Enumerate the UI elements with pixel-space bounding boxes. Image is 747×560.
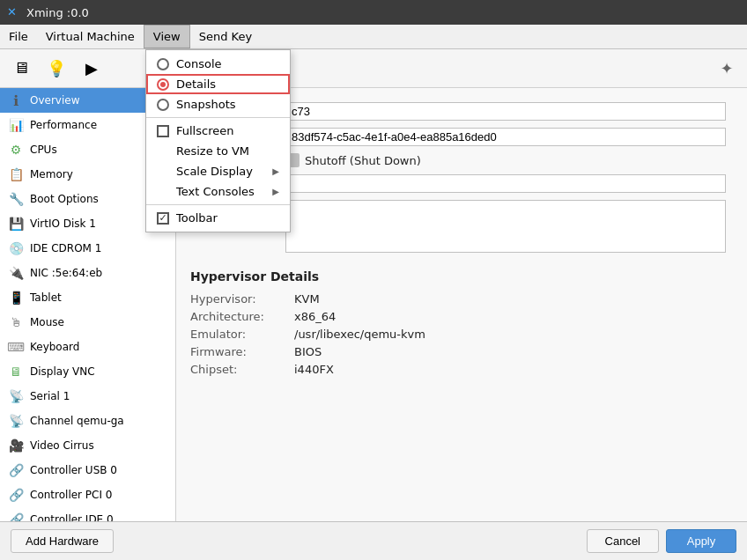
main-layout: ℹ Overview 📊 Performance ⚙ CPUs 📋 Memory…: [0, 88, 747, 521]
sidebar-item-mouse-label: Mouse: [30, 316, 64, 328]
cpu-icon: ⚙: [7, 141, 25, 158]
hypervisor-label-4: Chipset:: [190, 363, 287, 376]
nic-icon: 🔌: [7, 264, 25, 282]
hypervisor-value-3: BIOS: [294, 345, 322, 358]
hypervisor-value-2: /usr/libexec/qemu-kvm: [294, 328, 425, 341]
hypervisor-row-0: Hypervisor: KVM: [190, 292, 733, 306]
console-menu-label: Console: [176, 57, 222, 70]
menu-separator-1: [146, 117, 290, 118]
sidebar-item-controller-ide-0[interactable]: 🔗 Controller IDE 0: [0, 507, 175, 521]
add-hardware-button[interactable]: Add Hardware: [11, 529, 114, 553]
toolbar-settings-icon[interactable]: ✦: [712, 54, 742, 84]
uuid-field-wrapper: [285, 128, 726, 146]
scale-submenu-arrow: ▶: [272, 166, 279, 176]
titlebar: ✕ Xming :0.0: [0, 0, 747, 25]
hypervisor-row-2: Emulator: /usr/libexec/qemu-kvm: [190, 328, 733, 341]
description-textarea[interactable]: [285, 200, 726, 253]
performance-icon: 📊: [7, 116, 25, 134]
sidebar-item-ide-label: Controller IDE 0: [30, 513, 114, 521]
hypervisor-value-1: x86_64: [294, 310, 336, 323]
sidebar-item-serial-label: Serial 1: [30, 390, 70, 402]
sidebar-item-ide-cdrom-1[interactable]: 💿 IDE CDROM 1: [0, 236, 175, 261]
cdrom-icon: 💿: [7, 239, 25, 257]
sidebar-item-serial-1[interactable]: 📡 Serial 1: [0, 384, 175, 409]
textconsoles-menu-label: Text Consoles: [176, 185, 255, 198]
menu-scale-display-item[interactable]: Scale Display ▶: [146, 161, 290, 181]
hypervisor-heading: Hypervisor Details: [190, 269, 733, 284]
hypervisor-value-0: KVM: [294, 292, 320, 306]
fullscreen-checkbox-icon: [157, 125, 169, 137]
title-input[interactable]: [285, 174, 726, 193]
textconsoles-submenu-arrow: ▶: [272, 187, 279, 196]
hypervisor-row-3: Firmware: BIOS: [190, 345, 733, 358]
view-dropdown-menu: Console Details Snapshots Fullscreen Res…: [145, 49, 291, 232]
sidebar-item-boot-label: Boot Options: [30, 193, 99, 205]
memory-icon: 📋: [7, 166, 25, 183]
sidebar-item-keyboard[interactable]: ⌨ Keyboard: [0, 335, 175, 359]
menu-virtual-machine[interactable]: Virtual Machine: [37, 25, 144, 48]
menu-details-item[interactable]: Details: [146, 74, 290, 94]
sidebar-item-pci-label: Controller PCI 0: [30, 489, 112, 501]
fullscreen-menu-label: Fullscreen: [176, 124, 233, 137]
sidebar-item-memory-label: Memory: [30, 168, 73, 181]
menu-view[interactable]: View: [144, 25, 190, 48]
menu-send-key[interactable]: Send Key: [190, 25, 261, 48]
toolbar-power-button[interactable]: 💡: [41, 54, 72, 84]
hypervisor-label-0: Hypervisor:: [190, 292, 287, 306]
resize-menu-label: Resize to VM: [176, 144, 249, 158]
sidebar-item-keyboard-label: Keyboard: [30, 341, 79, 353]
hypervisor-label-3: Firmware:: [190, 345, 287, 358]
menu-resize-to-vm-item[interactable]: Resize to VM: [146, 141, 290, 161]
sidebar-item-tablet-label: Tablet: [30, 291, 62, 304]
sidebar-item-display-vnc[interactable]: 🖥 Display VNC: [0, 359, 175, 384]
display-icon: 🖥: [7, 363, 25, 380]
boot-icon: 🔧: [7, 190, 25, 208]
apply-button[interactable]: Apply: [666, 529, 736, 553]
hypervisor-label-2: Emulator:: [190, 328, 287, 341]
sidebar-item-display-label: Display VNC: [30, 365, 95, 378]
status-value-wrapper: Shutoff (Shut Down): [285, 153, 421, 167]
sidebar-item-nic[interactable]: 🔌 NIC :5e:64:eb: [0, 261, 175, 285]
cancel-button[interactable]: Cancel: [587, 529, 659, 553]
sidebar-item-nic-label: NIC :5e:64:eb: [30, 267, 102, 279]
sidebar-item-controller-usb-0[interactable]: 🔗 Controller USB 0: [0, 458, 175, 483]
window-title: Xming :0.0: [26, 6, 89, 19]
sidebar-item-cpus-label: CPUs: [30, 144, 57, 156]
menubar: File Virtual Machine View Send Key: [0, 25, 747, 49]
app-icon: ✕: [7, 5, 21, 19]
video-icon: 🎥: [7, 437, 25, 454]
sidebar-item-video-cirrus[interactable]: 🎥 Video Cirrus: [0, 433, 175, 458]
menu-snapshots-item[interactable]: Snapshots: [146, 94, 290, 114]
hypervisor-value-4: i440FX: [294, 363, 334, 376]
sidebar-item-channel-qemu-ga[interactable]: 📡 Channel qemu-ga: [0, 409, 175, 433]
menu-fullscreen-item[interactable]: Fullscreen: [146, 121, 290, 141]
uuid-input[interactable]: [285, 128, 726, 146]
name-field-wrapper: [285, 102, 726, 121]
snapshots-menu-label: Snapshots: [176, 98, 236, 111]
toolbar-checkbox-icon: ✓: [157, 212, 169, 225]
sidebar-item-cdrom-label: IDE CDROM 1: [30, 242, 101, 254]
bottom-bar: Add Hardware Cancel Apply: [0, 521, 747, 560]
sidebar-item-channel-label: Channel qemu-ga: [30, 415, 124, 427]
menu-separator-2: [146, 204, 290, 205]
details-radio-icon: [157, 78, 169, 91]
details-menu-label: Details: [176, 77, 216, 91]
name-input[interactable]: [285, 102, 726, 121]
description-field-wrapper: [285, 200, 726, 255]
bottom-right-buttons: Cancel Apply: [587, 529, 736, 553]
sidebar-item-tablet[interactable]: 📱 Tablet: [0, 285, 175, 310]
toolbar-monitor-button[interactable]: 🖥: [5, 54, 37, 84]
usb-icon: 🔗: [7, 461, 25, 479]
scale-menu-label: Scale Display: [176, 165, 253, 178]
sidebar-item-video-label: Video Cirrus: [30, 439, 94, 452]
menu-toolbar-item[interactable]: ✓ Toolbar: [146, 208, 290, 228]
menu-file[interactable]: File: [0, 25, 37, 48]
menu-console-item[interactable]: Console: [146, 54, 290, 74]
hypervisor-label-1: Architecture:: [190, 310, 287, 323]
toolbar-run-button[interactable]: ▶: [76, 54, 107, 84]
pci-icon: 🔗: [7, 486, 25, 504]
hypervisor-row-4: Chipset: i440FX: [190, 363, 733, 376]
sidebar-item-controller-pci-0[interactable]: 🔗 Controller PCI 0: [0, 483, 175, 507]
menu-text-consoles-item[interactable]: Text Consoles ▶: [146, 181, 290, 202]
sidebar-item-mouse[interactable]: 🖱 Mouse: [0, 310, 175, 335]
